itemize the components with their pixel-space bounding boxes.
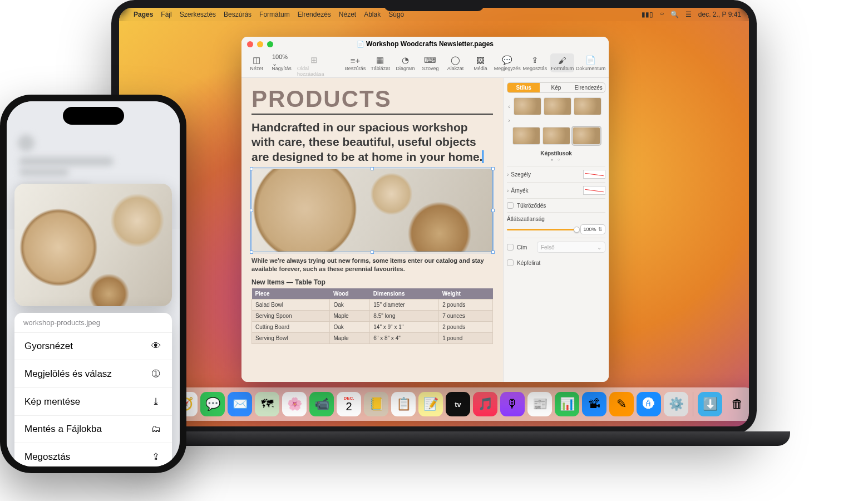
menu-markup-reply[interactable]: Megjelölés és válasz ➀ (14, 360, 172, 388)
dock-calendar[interactable]: DEC.2 (337, 392, 361, 416)
tab-arrange[interactable]: Elrendezés (573, 83, 605, 92)
menu-insert[interactable]: Beszúrás (224, 11, 251, 18)
cell[interactable]: Salad Bowl (252, 299, 330, 311)
th-wood[interactable]: Wood (330, 288, 370, 299)
wifi-icon[interactable]: ⌔ (660, 11, 664, 18)
cell[interactable]: 7 ounces (439, 311, 493, 322)
cell[interactable]: 15" diameter (370, 299, 439, 311)
th-piece[interactable]: Piece (252, 288, 330, 299)
doc-paragraph[interactable]: While we're always trying out new forms,… (251, 257, 493, 273)
dock-trash[interactable]: 🗑 (725, 392, 749, 416)
menu-edit[interactable]: Szerkesztés (180, 11, 216, 18)
menu-format[interactable]: Formátum (259, 11, 290, 18)
image-style-thumb[interactable] (514, 97, 541, 115)
tab-image[interactable]: Kép (540, 83, 572, 92)
table-row[interactable]: Salad Bowl Oak 15" diameter 2 pounds (252, 299, 493, 311)
resize-handle[interactable] (250, 209, 253, 212)
menu-window[interactable]: Ablak (364, 11, 381, 18)
dock-maps[interactable]: 🗺 (255, 392, 279, 416)
slider-knob[interactable] (574, 227, 580, 233)
dock-pages[interactable]: ✎ (609, 392, 634, 416)
dock-messages[interactable]: 💬 (200, 392, 225, 416)
title-position-select[interactable]: Felső ⌄ (537, 242, 605, 253)
pager-dots[interactable]: ● ○ (507, 158, 605, 161)
menu-save-image[interactable]: Kép mentése ⤓ (14, 388, 172, 416)
dock-downloads[interactable]: ⬇️ (698, 392, 722, 416)
reflection-checkbox[interactable] (507, 202, 514, 209)
menu-quicklook[interactable]: Gyorsnézet 👁 (14, 333, 172, 360)
text-button[interactable]: ⌨ Szöveg (418, 53, 442, 72)
opacity-value-field[interactable]: 100% ⇅ (580, 224, 605, 234)
next-styles-icon[interactable]: › (507, 117, 511, 124)
cell[interactable]: Cutting Board (252, 322, 330, 333)
dock-numbers[interactable]: 📊 (555, 392, 579, 416)
spotlight-icon[interactable]: 🔍 (670, 11, 679, 18)
dock-music[interactable]: 🎵 (473, 392, 497, 416)
border-row[interactable]: › Szegély (507, 166, 605, 182)
cell[interactable]: 14" x 9" x 1" (370, 322, 439, 333)
menu-arrange[interactable]: Elrendezés (298, 11, 331, 18)
resize-handle[interactable] (491, 250, 495, 254)
th-dim[interactable]: Dimensions (370, 288, 439, 299)
resize-handle[interactable] (371, 250, 374, 254)
doc-heading[interactable]: PRODUCTS (251, 86, 493, 115)
dock-appstore[interactable]: 🅐 (637, 392, 661, 416)
image-style-thumb[interactable] (512, 127, 540, 145)
cell[interactable]: Maple (330, 333, 370, 344)
dock-tv[interactable]: tv (446, 392, 470, 416)
caption-checkbox[interactable] (507, 259, 514, 266)
dock-news[interactable]: 📰 (527, 392, 552, 416)
doc-table-title[interactable]: New Items — Table Top (251, 278, 493, 286)
view-button[interactable]: ◫ Nézet (245, 53, 268, 72)
table-row[interactable]: Serving Bowl Maple 6" x 8" x 4" 1 pound (252, 333, 493, 344)
cell[interactable]: Serving Bowl (252, 333, 330, 344)
insert-button[interactable]: ≡+ Beszúrás (343, 53, 367, 72)
cell[interactable]: 6" x 8" x 4" (370, 333, 439, 344)
doc-subheading[interactable]: Handcrafted in our spacious workshop wit… (251, 120, 493, 164)
image-style-thumb[interactable] (544, 97, 571, 115)
shadow-row[interactable]: › Árnyék (507, 182, 605, 198)
table-row[interactable]: Cutting Board Oak 14" x 9" x 1" 2 pounds (252, 322, 493, 333)
resize-handle[interactable] (491, 209, 495, 212)
image-preview-card[interactable] (14, 184, 172, 306)
media-button[interactable]: 🖼 Média (468, 53, 492, 72)
cell[interactable]: 1 pound (439, 333, 493, 344)
tab-style[interactable]: Stílus (507, 83, 540, 92)
menubar-app-name[interactable]: Pages (134, 11, 153, 18)
image-style-thumb[interactable] (542, 127, 570, 145)
document-button[interactable]: 📄 Dokumentum (576, 53, 605, 72)
shape-button[interactable]: ◯ Alakzat (443, 53, 467, 72)
dock-keynote[interactable]: 📽 (582, 392, 606, 416)
menu-file[interactable]: Fájl (161, 11, 171, 18)
menu-share[interactable]: Megosztás ⇪ (14, 443, 172, 466)
dock-photos[interactable]: 🌸 (282, 392, 307, 416)
prev-styles-icon[interactable]: ‹ (507, 104, 511, 110)
cell[interactable]: 8.5" long (370, 311, 439, 322)
stepper-icon[interactable]: ⇅ (598, 227, 603, 232)
opacity-slider[interactable] (507, 229, 577, 230)
th-weight[interactable]: Weight (439, 288, 493, 299)
dock-reminders[interactable]: 📋 (391, 392, 416, 416)
battery-icon[interactable]: ▮▮▯ (642, 11, 653, 18)
comment-button[interactable]: 💬 Megjegyzés (494, 53, 520, 72)
resize-handle[interactable] (250, 250, 253, 254)
resize-handle[interactable] (250, 167, 253, 170)
cell[interactable]: Serving Spoon (252, 311, 330, 322)
control-center-icon[interactable]: ☰ (685, 11, 692, 18)
document-canvas[interactable]: PRODUCTS Handcrafted in our spacious wor… (241, 78, 503, 382)
share-button[interactable]: ⇪ Megosztás (522, 53, 548, 72)
shadow-none-swatch[interactable] (583, 186, 605, 195)
zoom-control[interactable]: 100% ⌄ Nagyítás (270, 53, 293, 72)
menubar-clock[interactable]: dec. 2., P 9:41 (698, 11, 741, 18)
window-titlebar[interactable]: Workshop Woodcrafts Newsletter.pages (241, 37, 609, 51)
chart-button[interactable]: ◔ Diagram (393, 53, 417, 72)
dock-contacts[interactable]: 📒 (364, 392, 388, 416)
cell[interactable]: Oak (330, 299, 370, 311)
format-button[interactable]: 🖌 Formátum (550, 53, 574, 72)
resize-handle[interactable] (491, 167, 495, 170)
dock-podcasts[interactable]: 🎙 (500, 392, 525, 416)
table-button[interactable]: ▦ Táblázat (368, 53, 392, 72)
menu-view[interactable]: Nézet (339, 11, 356, 18)
dock-notes[interactable]: 📝 (418, 392, 443, 416)
cell[interactable]: Maple (330, 311, 370, 322)
